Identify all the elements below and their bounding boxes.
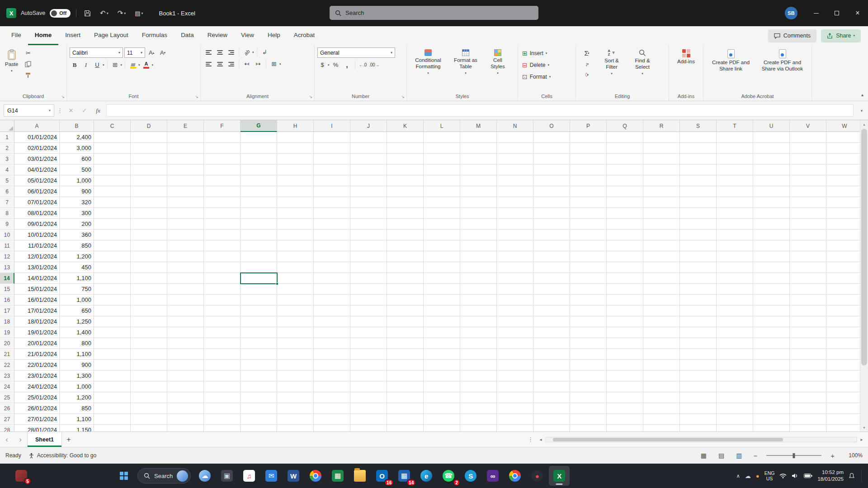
empty-cells-row-25[interactable] bbox=[94, 392, 868, 403]
cell-A20[interactable]: 20/01/2024 bbox=[14, 338, 60, 349]
taskbar-icon-mail-app[interactable]: ✉ bbox=[261, 466, 282, 486]
autosave-toggle[interactable]: Off bbox=[50, 9, 71, 18]
cell-A19[interactable]: 19/01/2024 bbox=[14, 327, 60, 338]
empty-cells-row-15[interactable] bbox=[94, 284, 868, 295]
sort-filter-button[interactable]: AZ▼ Sort & Filter ▾ bbox=[598, 47, 626, 77]
cell-B9[interactable]: 200 bbox=[60, 219, 94, 230]
row-header-17[interactable]: 17 bbox=[0, 305, 14, 316]
row-header-7[interactable]: 7 bbox=[0, 197, 14, 208]
collapse-ribbon-icon[interactable]: ▴ bbox=[861, 92, 863, 97]
empty-cells-row-16[interactable] bbox=[94, 295, 868, 305]
cell-A5[interactable]: 05/01/2024 bbox=[14, 175, 60, 186]
underline-button[interactable]: U bbox=[92, 60, 102, 70]
cell-B8[interactable]: 300 bbox=[60, 208, 94, 219]
column-header-S[interactable]: S bbox=[680, 120, 717, 132]
decrease-font-size-button[interactable]: A▾ bbox=[158, 48, 168, 57]
taskbar-icon-visual-studio[interactable]: ∞ bbox=[482, 466, 503, 486]
select-all-button[interactable] bbox=[0, 120, 14, 132]
cell-B7[interactable]: 320 bbox=[60, 197, 94, 208]
tab-page-layout[interactable]: Page Layout bbox=[87, 26, 135, 45]
clear-button[interactable]: ◊▾ bbox=[579, 70, 595, 80]
horizontal-scroll-thumb[interactable] bbox=[553, 438, 783, 441]
cell-B28[interactable]: 1,150 bbox=[60, 425, 94, 432]
row-header-28[interactable]: 28 bbox=[0, 425, 14, 432]
splitter-handle[interactable]: ⋮ bbox=[524, 432, 537, 447]
cell-B19[interactable]: 1,400 bbox=[60, 327, 94, 338]
cell-A2[interactable]: 02/01/2024 bbox=[14, 143, 60, 154]
fill-handle[interactable] bbox=[276, 282, 278, 285]
align-center-button[interactable] bbox=[215, 59, 225, 69]
cell-B16[interactable]: 1,000 bbox=[60, 295, 94, 305]
undo-button[interactable]: ↶▾ bbox=[98, 7, 111, 19]
cell-A23[interactable]: 23/01/2024 bbox=[14, 371, 60, 381]
italic-button[interactable]: I bbox=[81, 60, 91, 70]
cell-A3[interactable]: 03/01/2024 bbox=[14, 154, 60, 164]
column-header-W[interactable]: W bbox=[826, 120, 863, 132]
close-button[interactable]: × bbox=[847, 0, 868, 26]
column-header-N[interactable]: N bbox=[497, 120, 533, 132]
row-header-21[interactable]: 21 bbox=[0, 349, 14, 360]
cell-B27[interactable]: 1,100 bbox=[60, 414, 94, 425]
row-header-1[interactable]: 1 bbox=[0, 132, 14, 143]
empty-cells-row-12[interactable] bbox=[94, 251, 868, 262]
cell-B15[interactable]: 750 bbox=[60, 284, 94, 295]
scroll-left-icon[interactable]: ◂ bbox=[537, 437, 544, 442]
column-header-P[interactable]: P bbox=[570, 120, 607, 132]
cell-A13[interactable]: 13/01/2024 bbox=[14, 262, 60, 273]
taskbar-icon-edge[interactable]: e bbox=[416, 466, 437, 486]
cell-B20[interactable]: 800 bbox=[60, 338, 94, 349]
empty-cells-row-2[interactable] bbox=[94, 143, 868, 154]
borders-button[interactable]: ⊞ bbox=[110, 60, 120, 70]
save-button[interactable] bbox=[82, 8, 93, 19]
taskbar-icon-music-app[interactable]: ♫ bbox=[239, 466, 259, 486]
expand-formula-bar-icon[interactable]: ▾ bbox=[856, 108, 867, 113]
empty-cells-row-27[interactable] bbox=[94, 414, 868, 425]
empty-cells-row-3[interactable] bbox=[94, 154, 868, 164]
zoom-slider[interactable] bbox=[766, 452, 821, 459]
cell-B3[interactable]: 600 bbox=[60, 154, 94, 164]
taskbar-icon-calendar-app[interactable]: ▦14 bbox=[394, 466, 415, 486]
row-header-23[interactable]: 23 bbox=[0, 371, 14, 381]
taskbar-search[interactable]: Search bbox=[137, 468, 191, 483]
cell-B22[interactable]: 900 bbox=[60, 360, 94, 371]
language-indicator[interactable]: ENG US bbox=[764, 470, 775, 481]
bottom-align-button[interactable] bbox=[226, 47, 236, 57]
start-button[interactable] bbox=[114, 466, 134, 486]
taskbar-icon-chrome[interactable] bbox=[305, 466, 326, 486]
empty-cells-row-21[interactable] bbox=[94, 349, 868, 360]
horizontal-scroll-track[interactable] bbox=[545, 437, 857, 442]
empty-cells-row-6[interactable] bbox=[94, 186, 868, 197]
cell-A12[interactable]: 12/01/2024 bbox=[14, 251, 60, 262]
increase-decimal-button[interactable]: ←.0 bbox=[358, 60, 368, 70]
taskbar-icon-media-app[interactable]: ● bbox=[527, 466, 547, 486]
zoom-level[interactable]: 100% bbox=[844, 452, 863, 459]
cell-B23[interactable]: 1,300 bbox=[60, 371, 94, 381]
percent-style-button[interactable]: % bbox=[331, 60, 341, 70]
taskbar-icon-chrome-profile[interactable] bbox=[505, 466, 525, 486]
row-header-20[interactable]: 20 bbox=[0, 338, 14, 349]
decrease-decimal-button[interactable]: .00→ bbox=[369, 60, 379, 70]
row-header-15[interactable]: 15 bbox=[0, 284, 14, 295]
empty-cells-row-8[interactable] bbox=[94, 208, 868, 219]
increase-font-size-button[interactable]: A▴ bbox=[146, 48, 156, 57]
redo-button[interactable]: ↷▾ bbox=[115, 7, 128, 19]
tab-insert[interactable]: Insert bbox=[58, 26, 87, 45]
fill-button[interactable]: ↓▾ bbox=[579, 59, 595, 69]
delete-cells-button[interactable]: ⊟ Delete ▾ bbox=[521, 59, 551, 70]
column-header-Q[interactable]: Q bbox=[607, 120, 643, 132]
row-header-11[interactable]: 11 bbox=[0, 240, 14, 251]
cell-A4[interactable]: 04/01/2024 bbox=[14, 164, 60, 175]
taskbar-icon-widgets-weather[interactable]: ☁ bbox=[194, 466, 215, 486]
sheet-nav-right-icon[interactable]: › bbox=[14, 432, 27, 447]
formula-bar-handle[interactable]: ⋮ bbox=[57, 107, 63, 114]
taskbar-icon-system-app[interactable]: ▣ bbox=[217, 466, 237, 486]
empty-cells-row-7[interactable] bbox=[94, 197, 868, 208]
taskbar-icon-file-explorer[interactable] bbox=[349, 466, 370, 486]
column-header-O[interactable]: O bbox=[533, 120, 570, 132]
cell-A14[interactable]: 14/01/2024 bbox=[14, 273, 60, 284]
cell-A25[interactable]: 25/01/2024 bbox=[14, 392, 60, 403]
sheet-tab-sheet1[interactable]: Sheet1 bbox=[27, 432, 62, 447]
format-painter-button[interactable] bbox=[23, 70, 33, 80]
cancel-entry-button[interactable]: ✕ bbox=[66, 107, 76, 114]
empty-cells-row-17[interactable] bbox=[94, 305, 868, 316]
